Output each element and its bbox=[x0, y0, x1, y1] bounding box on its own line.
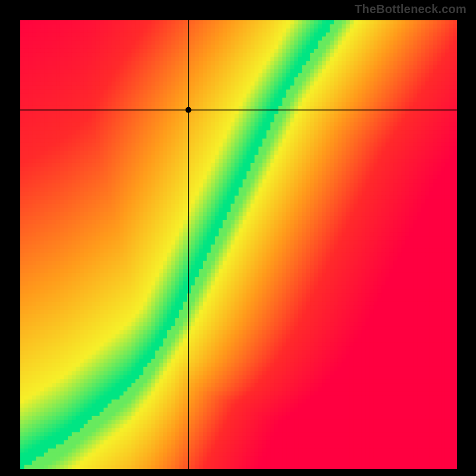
chart-container: TheBottleneck.com bbox=[0, 0, 476, 476]
watermark-text: TheBottleneck.com bbox=[355, 2, 466, 16]
bottleneck-heatmap bbox=[20, 20, 457, 469]
